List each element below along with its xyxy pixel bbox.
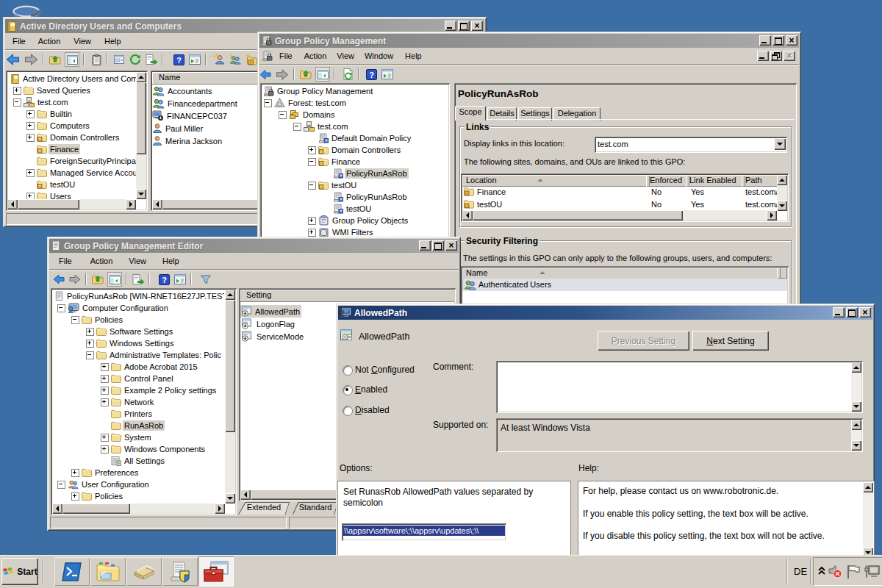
svg-text:?: ? [162,275,167,284]
svg-text:?: ? [176,55,182,64]
svg-text:?: ? [369,70,374,79]
